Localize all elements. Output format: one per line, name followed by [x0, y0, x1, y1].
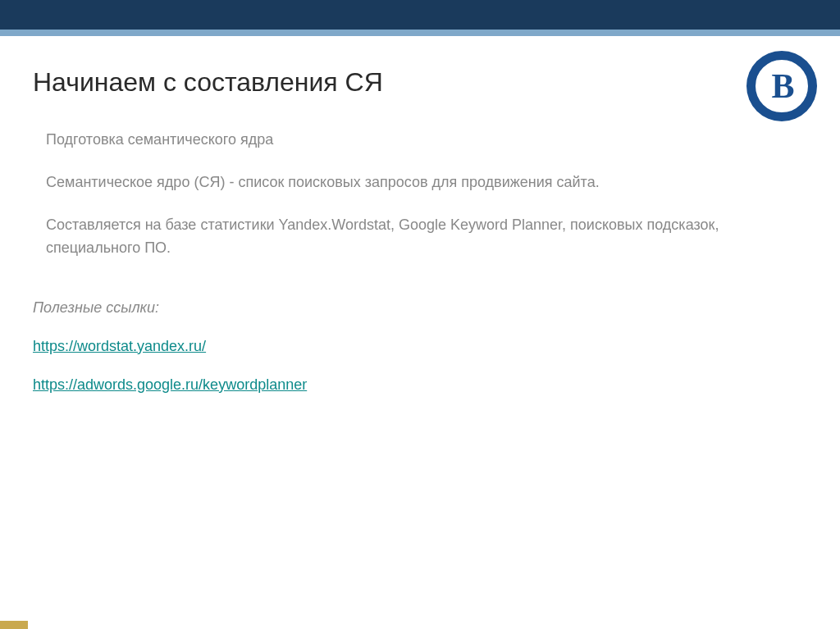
paragraph-2: Семантическое ядро (СЯ) - список поисков… [46, 171, 725, 194]
slide-body: Подготовка семантического ядра Семантиче… [46, 129, 725, 260]
slide-content: Начинаем с составления СЯ Подготовка сем… [33, 67, 725, 415]
logo-inner-circle: В [752, 57, 811, 116]
header-bar-light [0, 30, 840, 36]
link-wordstat[interactable]: https://wordstat.yandex.ru/ [33, 338, 725, 355]
link-keywordplanner[interactable]: https://adwords.google.ru/keywordplanner [33, 376, 725, 394]
useful-links-label: Полезные ссылки: [33, 299, 725, 317]
paragraph-3: Составляется на базе статистики Yandex.W… [46, 214, 725, 260]
header-bar-dark [0, 0, 840, 30]
logo-text: В [771, 69, 792, 103]
logo-badge: В [746, 51, 817, 121]
footer-accent [0, 621, 28, 629]
slide-title: Начинаем с составления СЯ [33, 67, 725, 98]
paragraph-1: Подготовка семантического ядра [46, 129, 725, 152]
